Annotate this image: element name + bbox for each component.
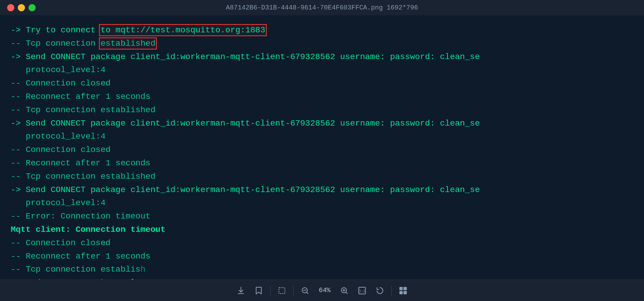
zoom-in-icon <box>340 286 349 295</box>
download-icon <box>236 286 245 295</box>
terminal-line: > Send CONNECT package cl <box>11 276 633 280</box>
terminal-line: -- Error: Connection timeout <box>11 210 633 223</box>
terminal-line: -- Tcp connection established <box>11 37 633 50</box>
terminal-line: -- Connection closed <box>11 237 633 250</box>
zoom-level: 64% <box>314 287 335 294</box>
terminal-line: -> Send CONNECT package client_id:worker… <box>11 50 633 64</box>
minimize-button[interactable] <box>18 4 25 11</box>
window: A87142B6-D31B-4448-9614-70E4F603FFCA.png… <box>0 0 644 301</box>
terminal-line: protocol_level:4 <box>11 197 633 210</box>
zoom-out-icon <box>301 286 310 295</box>
terminal-content: -> Try to connect to mqtt://test.mosquit… <box>0 15 644 280</box>
actual-size-icon: 1:1 <box>358 286 367 295</box>
terminal-line: -- Connection closed <box>11 77 633 90</box>
actual-size-button[interactable]: 1:1 <box>353 283 371 298</box>
terminal-line: -- Connection closed <box>11 143 633 157</box>
svg-rect-8 <box>404 291 407 294</box>
zoom-in-button[interactable] <box>335 283 353 298</box>
divider <box>293 285 294 296</box>
terminal-line: -- Tcp connection established <box>11 104 633 117</box>
download-button[interactable] <box>232 283 250 298</box>
terminal-line: -- Reconnect after 1 seconds <box>11 157 633 170</box>
highlight-box-2: established <box>100 39 155 48</box>
bottombar: 64% 1:1 <box>0 280 644 301</box>
terminal-line: Mqtt client: Connection timeout <box>11 223 633 237</box>
grid-icon <box>399 286 408 295</box>
selection-button[interactable] <box>273 283 291 298</box>
terminal-line: -> Send CONNECT package client_id:worker… <box>11 117 633 130</box>
titlebar: A87142B6-D31B-4448-9614-70E4F603FFCA.png… <box>0 0 644 15</box>
terminal-line: -- Reconnect after 1 seconds <box>11 90 633 104</box>
svg-rect-7 <box>400 291 402 294</box>
svg-text:1:1: 1:1 <box>359 289 365 293</box>
divider <box>270 285 271 296</box>
svg-rect-5 <box>400 287 402 290</box>
terminal-line: protocol_level:4 <box>11 130 633 143</box>
svg-rect-0 <box>279 288 285 294</box>
svg-rect-6 <box>404 287 407 290</box>
terminal-line: -- Tcp connection establish <box>11 263 633 276</box>
bookmark-button[interactable] <box>250 283 268 298</box>
rotate-button[interactable] <box>371 283 389 298</box>
selection-icon <box>277 286 286 295</box>
terminal-line: -- Tcp connection established <box>11 170 633 183</box>
terminal-line: -- Reconnect after 1 seconds <box>11 250 633 263</box>
bookmark-icon <box>254 286 263 295</box>
terminal-line: -> Try to connect to mqtt://test.mosquit… <box>11 24 633 37</box>
terminal-line: -> Send CONNECT package client_id:worker… <box>11 183 633 197</box>
terminal-line: protocol_level:4 <box>11 64 633 77</box>
zoom-out-button[interactable] <box>296 283 314 298</box>
close-button[interactable] <box>7 4 14 11</box>
divider <box>391 285 392 296</box>
window-title: A87142B6-D31B-4448-9614-70E4F603FFCA.png… <box>226 4 418 12</box>
rotate-icon <box>375 286 384 295</box>
maximize-button[interactable] <box>29 4 36 11</box>
line-arrow-icon: -> Try to connect <box>11 26 100 35</box>
grid-button[interactable] <box>394 283 412 298</box>
traffic-lights <box>7 4 36 11</box>
highlight-box: to mqtt://test.mosquitto.org:1883 <box>100 26 265 35</box>
